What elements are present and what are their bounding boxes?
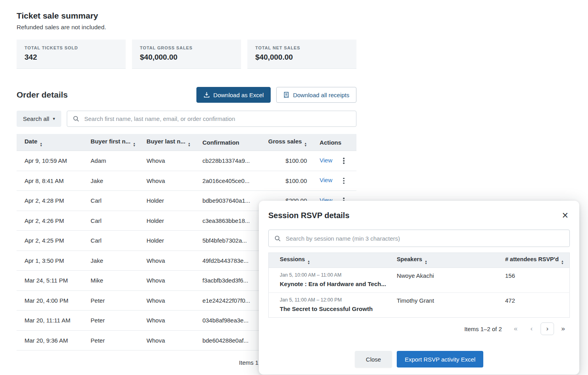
order-row: Apr 8, 8:41 AM Jake Whova 2a016ce405ce0.… <box>17 171 356 191</box>
sort-icon: ▲▼ <box>304 142 307 147</box>
order-search-row: Search all ▾ <box>17 111 356 127</box>
previous-page-icon[interactable]: ‹ <box>525 322 538 335</box>
order-confirmation: e1e242422f07f0... <box>199 290 265 311</box>
order-confirmation: c3ea3863bbe18... <box>199 211 265 231</box>
receipt-icon <box>283 92 289 98</box>
session-attendees: 472 <box>500 293 569 318</box>
order-details-title: Order details <box>17 90 68 100</box>
next-page-icon[interactable]: › <box>541 322 554 335</box>
orders-header-row: Date▲▼ Buyer first n...▲▼ Buyer last n..… <box>17 134 356 151</box>
order-confirmation: 034b8af98ea3e... <box>199 311 265 331</box>
order-buyer-last: Whova <box>143 151 199 171</box>
order-confirmation: bdbe9037640a1... <box>199 191 265 211</box>
order-buyer-last: Holder <box>143 211 199 231</box>
search-filter-dropdown[interactable]: Search all ▾ <box>17 111 61 127</box>
page: Ticket sale summary Refunded sales are n… <box>0 0 588 375</box>
row-menu-button[interactable] <box>341 156 347 165</box>
order-buyer-last: Whova <box>143 311 199 331</box>
first-page-icon[interactable]: « <box>509 322 522 335</box>
col-date[interactable]: Date▲▼ <box>17 134 87 151</box>
session-search-box <box>268 230 570 247</box>
order-date: Apr 9, 10:59 AM <box>17 151 87 171</box>
order-date: Apr 2, 4:26 PM <box>17 211 87 231</box>
order-buyer-last: Whova <box>143 171 199 191</box>
sessions-header-row: Sessions▲▼ Speakers▲▼ # attendees RSVP'd… <box>269 253 570 268</box>
order-gross-sales: $100.00 <box>265 151 313 171</box>
modal-title: Session RSVP details <box>268 211 349 220</box>
order-buyer-first: Carl <box>87 191 143 211</box>
session-speaker: Nwoye Akachi <box>392 268 500 293</box>
order-search-input[interactable] <box>83 115 351 122</box>
order-date: Mar 24, 5:11 PM <box>17 271 87 291</box>
order-date: Mar 20, 11:11 AM <box>17 311 87 331</box>
session-attendees: 156 <box>500 268 569 293</box>
col-speakers-label: Speakers <box>397 256 422 262</box>
search-icon <box>274 235 281 242</box>
session-row: Jan 5, 11:00 AM – 12:00 PM The Secret to… <box>269 293 570 318</box>
session-name: Keynote : Era of Hardware and Tech... <box>280 281 387 287</box>
col-attendees[interactable]: # attendees RSVP'd▲▼ <box>500 253 569 268</box>
card-label: TOTAL GROSS SALES <box>140 45 233 50</box>
session-row: Jan 5, 10:00 AM – 11:00 AM Keynote : Era… <box>269 268 570 293</box>
order-row: Apr 9, 10:59 AM Adam Whova cb228b13374a9… <box>17 151 356 171</box>
order-buyer-last: Whova <box>143 271 199 291</box>
col-gross-sales[interactable]: Gross sales▲▼ <box>265 134 313 151</box>
order-gross-sales: $100.00 <box>265 171 313 191</box>
order-buyer-first: Jake <box>87 251 143 271</box>
session-search-input[interactable] <box>285 235 564 242</box>
col-buyer-last-label: Buyer last n... <box>147 138 185 145</box>
card-value: $40,000.00 <box>140 53 233 62</box>
pagination-label: Items 1–2 of 2 <box>464 326 502 332</box>
order-buyer-first: Carl <box>87 211 143 231</box>
page-title: Ticket sale summary <box>17 11 356 21</box>
row-menu-button[interactable] <box>341 177 347 185</box>
order-details-actions: Download as Excel Download all receipts <box>196 87 356 103</box>
order-date: Mar 20, 9:36 AM <box>17 330 87 351</box>
col-date-label: Date <box>24 138 38 145</box>
order-actions: View <box>313 151 356 171</box>
col-sessions[interactable]: Sessions▲▼ <box>269 253 392 268</box>
col-speakers[interactable]: Speakers▲▼ <box>392 253 500 268</box>
col-actions: Actions <box>313 134 356 151</box>
export-rsvp-excel-button[interactable]: Export RSVP activity Excel <box>397 351 483 367</box>
orders-pagination-label: Items 1 <box>17 359 258 366</box>
close-icon[interactable]: × <box>560 210 570 221</box>
sort-icon: ▲▼ <box>307 260 310 264</box>
order-date: Mar 20, 4:00 PM <box>17 290 87 311</box>
session-cell: Jan 5, 11:00 AM – 12:00 PM The Secret to… <box>269 293 392 318</box>
session-name: The Secret to Successful Growth <box>280 305 387 312</box>
session-time: Jan 5, 10:00 AM – 11:00 AM <box>280 272 387 278</box>
sort-icon: ▲▼ <box>561 260 564 264</box>
sort-icon: ▲▼ <box>424 260 427 264</box>
order-buyer-last: Whova <box>143 330 199 351</box>
last-page-icon[interactable]: » <box>556 322 570 335</box>
order-confirmation: 2a016ce405ce0... <box>199 171 265 191</box>
download-receipts-button[interactable]: Download all receipts <box>276 87 356 103</box>
col-buyer-last[interactable]: Buyer last n...▲▼ <box>143 134 199 151</box>
sessions-table: Sessions▲▼ Speakers▲▼ # attendees RSVP'd… <box>268 253 570 318</box>
view-order-link[interactable]: View <box>320 157 332 164</box>
order-buyer-first: Carl <box>87 231 143 251</box>
col-confirmation: Confirmation <box>199 134 265 151</box>
order-confirmation: cb228b13374a9... <box>199 151 265 171</box>
search-filter-label: Search all <box>23 115 49 122</box>
order-confirmation: 5bf4bfeb7302a... <box>199 231 265 251</box>
order-buyer-first: Mike <box>87 271 143 291</box>
col-attendees-label: # attendees RSVP'd <box>505 256 559 262</box>
order-actions: View <box>313 171 356 191</box>
col-actions-label: Actions <box>320 139 341 146</box>
close-button[interactable]: Close <box>355 351 392 367</box>
order-buyer-first: Adam <box>87 151 143 171</box>
order-confirmation: bde604288e0af... <box>199 330 265 351</box>
order-buyer-last: Holder <box>143 191 199 211</box>
search-icon <box>73 115 79 122</box>
view-order-link[interactable]: View <box>320 177 332 183</box>
order-date: Apr 8, 8:41 AM <box>17 171 87 191</box>
modal-footer: Close Export RSVP activity Excel <box>268 351 570 367</box>
order-buyer-first: Jake <box>87 171 143 191</box>
order-buyer-last: Whova <box>143 290 199 311</box>
col-buyer-first[interactable]: Buyer first n...▲▼ <box>87 134 143 151</box>
order-search-box <box>67 111 356 127</box>
download-excel-button[interactable]: Download as Excel <box>196 87 271 103</box>
download-icon <box>204 92 210 98</box>
